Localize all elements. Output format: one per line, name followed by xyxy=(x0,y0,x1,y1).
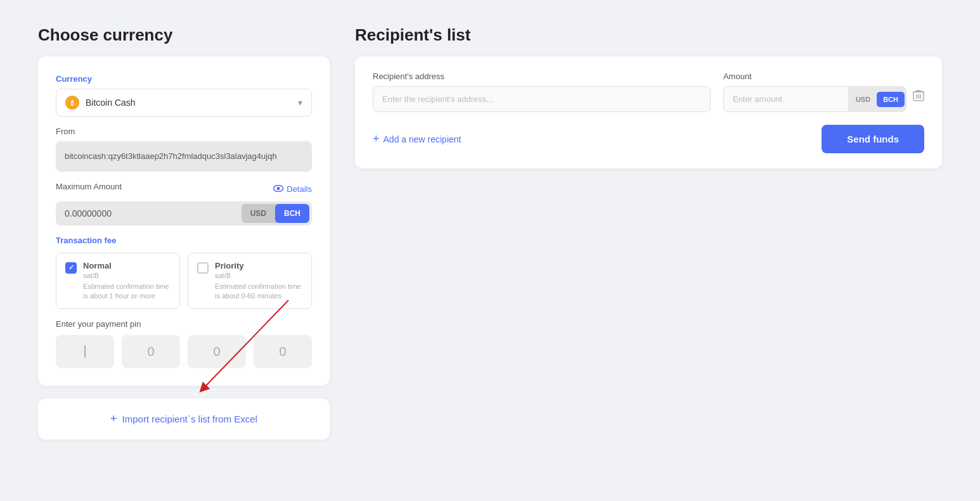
amount-display: 0.00000000 xyxy=(65,208,242,219)
fee-normal-desc: Estimated confirmation time is about 1 h… xyxy=(83,282,171,301)
amount-label: Amount xyxy=(723,72,906,81)
delete-recipient-icon[interactable] xyxy=(913,89,924,105)
bch-toggle-btn[interactable]: BCH xyxy=(275,204,309,223)
fee-normal-sat: sat/B xyxy=(83,272,171,279)
pin-input-3[interactable]: 0 xyxy=(188,335,246,368)
add-recipient-link[interactable]: + Add a new recipient xyxy=(373,132,461,146)
recipients-list-title: Recipient's list xyxy=(355,25,942,45)
bitcoin-cash-icon: ₿ xyxy=(65,96,79,110)
fee-priority-sat: sat/B xyxy=(215,272,302,279)
amount-bch-btn[interactable]: BCH xyxy=(877,92,905,107)
import-label: Import recipient`s list from Excel xyxy=(122,414,257,424)
address-input[interactable] xyxy=(373,86,711,112)
chevron-down-icon: ▾ xyxy=(298,98,302,108)
pin-inputs: 0 0 0 xyxy=(56,335,312,368)
currency-toggle[interactable]: USD BCH xyxy=(242,204,309,223)
fee-priority-title: Priority xyxy=(215,261,302,270)
amount-input-wrapper: Amount USD BCH xyxy=(723,72,906,112)
add-plus-icon: + xyxy=(373,132,380,146)
add-recipient-label: Add a new recipient xyxy=(384,134,461,144)
details-text: Details xyxy=(287,184,312,194)
recipient-card: Recipient's address Amount USD BCH xyxy=(355,56,942,168)
fee-normal-title: Normal xyxy=(83,261,171,270)
fee-normal-checkbox[interactable]: ✓ xyxy=(65,262,77,274)
usd-toggle-btn[interactable]: USD xyxy=(242,204,275,223)
address-column: Recipient's address xyxy=(373,72,711,112)
amount-currency-toggle[interactable]: USD BCH xyxy=(848,87,906,111)
pin-input-2[interactable]: 0 xyxy=(122,335,180,368)
fee-normal-option[interactable]: ✓ Normal sat/B Estimated confirmation ti… xyxy=(56,253,180,310)
fee-label: Transaction fee xyxy=(56,236,312,245)
fee-priority-option[interactable]: Priority sat/B Estimated confirmation ti… xyxy=(188,253,312,310)
pin-input-4[interactable]: 0 xyxy=(254,335,312,368)
currency-label: Currency xyxy=(56,74,312,84)
choose-currency-title: Choose currency xyxy=(38,25,330,45)
send-funds-button[interactable]: Send funds xyxy=(822,125,924,153)
max-amount-field: 0.00000000 USD BCH xyxy=(56,201,312,225)
from-label: From xyxy=(56,127,312,136)
max-amount-label: Maximum Amount xyxy=(56,182,122,191)
pin-label: Enter your payment pin xyxy=(56,319,312,329)
currency-value: Bitcoin Cash xyxy=(86,98,298,108)
fee-priority-checkbox[interactable] xyxy=(197,262,209,274)
svg-rect-4 xyxy=(84,345,86,358)
fee-options: ✓ Normal sat/B Estimated confirmation ti… xyxy=(56,253,312,310)
details-link[interactable]: Details xyxy=(273,184,312,194)
currency-select[interactable]: ₿ Bitcoin Cash ▾ xyxy=(56,89,312,117)
address-label: Recipient's address xyxy=(373,72,711,81)
plus-icon: + xyxy=(110,412,117,426)
checkmark-icon: ✓ xyxy=(68,263,74,272)
import-card: + Import recipient`s list from Excel xyxy=(38,398,330,440)
amount-usd-btn[interactable]: USD xyxy=(849,92,877,107)
pin-input-1[interactable] xyxy=(56,335,114,368)
eye-icon xyxy=(273,184,283,194)
amount-input-group: USD BCH xyxy=(723,86,906,112)
add-recipient-row: + Add a new recipient xyxy=(373,132,461,146)
amount-input[interactable] xyxy=(724,87,848,111)
svg-point-3 xyxy=(277,187,280,190)
import-excel-link[interactable]: + Import recipient`s list from Excel xyxy=(110,412,257,426)
amount-column: Amount USD BCH xyxy=(723,72,924,112)
from-address: bitcoincash:qzy6t3ktlaaep2h7h2fmladquc3s… xyxy=(56,141,312,172)
fee-priority-desc: Estimated confirmation time is about 0-6… xyxy=(215,282,302,301)
